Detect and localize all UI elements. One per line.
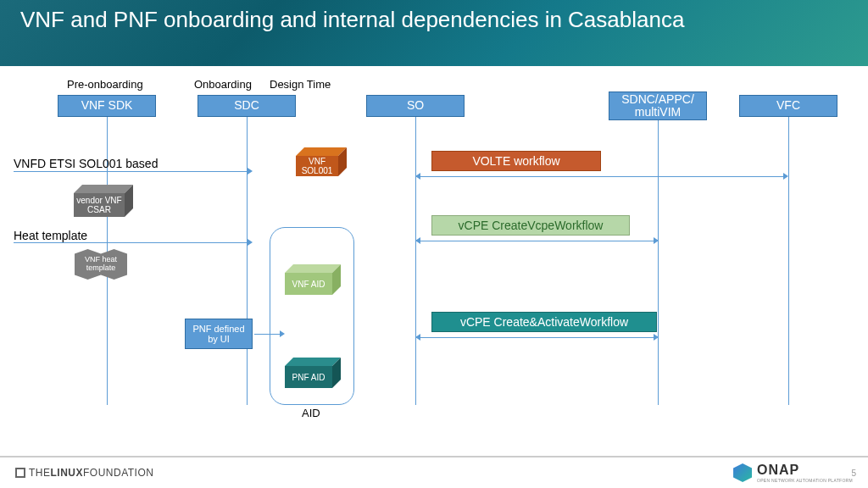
- label-pre-onboarding: Pre-onboarding: [67, 78, 143, 91]
- linux-found: FOUNDATION: [83, 467, 153, 479]
- linux-foundation-logo: THELINUXFOUNDATION: [15, 467, 153, 479]
- onap-logo-block: ONAP OPEN NETWORK AUTOMATION PLATFORM: [733, 463, 853, 483]
- lifeline-sdc: [247, 117, 248, 405]
- slide-title: VNF and PNF onboarding and internal depe…: [20, 7, 848, 33]
- page-number: 5: [851, 469, 856, 478]
- box-sdnc-appc: SDNC/APPC/ multiVIM: [609, 92, 707, 120]
- arrow-vcpe-create: [420, 241, 654, 241]
- box-sdc: SDC: [198, 95, 296, 117]
- workflow-vcpe-create: vCPE CreateVcpeWorkflow: [431, 215, 630, 236]
- box-so: SO: [366, 95, 465, 117]
- workflow-volte: VOLTE workflow: [431, 151, 601, 171]
- box-vnf-sdk: VNF SDK: [58, 95, 156, 117]
- box-pnf-ui: PNF defined by UI: [185, 319, 253, 349]
- label-heat-template: Heat template: [14, 229, 87, 242]
- arrow-vcpe-activate: [420, 337, 654, 338]
- onap-text: ONAP: [757, 463, 853, 478]
- diagram-area: Pre-onboarding Onboarding Design Time VN…: [0, 66, 868, 456]
- linux-main: LINUX: [51, 467, 84, 479]
- label-design-time: Design Time: [270, 78, 331, 91]
- linux-square-icon: [15, 468, 25, 478]
- lifeline-vfc: [788, 117, 789, 405]
- box-vfc: VFC: [739, 95, 837, 117]
- linux-the: THE: [29, 467, 51, 479]
- wave-vnf-heat: VNF heat template: [75, 249, 127, 280]
- label-aid: AID: [302, 407, 320, 419]
- footer-bar: THELINUXFOUNDATION ONAP OPEN NETWORK AUT…: [0, 456, 868, 488]
- arrow-heat-to-sdc: [14, 242, 248, 243]
- arrow-pnf-ui-to-aid: [254, 334, 280, 335]
- lifeline-sdnc: [658, 120, 659, 405]
- lifeline-so: [415, 117, 416, 405]
- slide-header: VNF and PNF onboarding and internal depe…: [0, 0, 868, 66]
- label-vnfd-etsi: VNFD ETSI SOL001 based: [14, 157, 158, 170]
- onap-subtitle: OPEN NETWORK AUTOMATION PLATFORM: [757, 478, 853, 483]
- label-onboarding: Onboarding: [194, 78, 252, 91]
- onap-hex-icon: [733, 463, 752, 482]
- arrow-etsi-to-sdc: [14, 171, 248, 172]
- workflow-vcpe-activate: vCPE Create&ActivateWorkflow: [431, 312, 657, 332]
- arrow-volte: [420, 176, 783, 177]
